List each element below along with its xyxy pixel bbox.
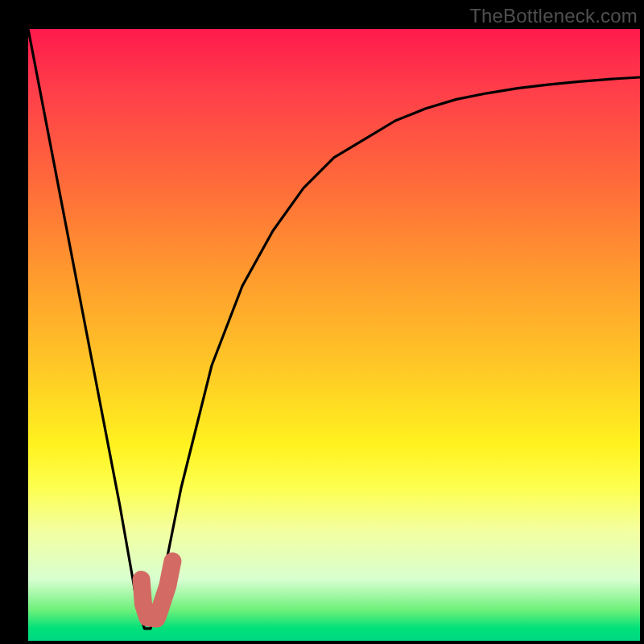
watermark-text: TheBottleneck.com [469, 5, 638, 27]
plot-area [28, 29, 640, 641]
chart-frame: TheBottleneck.com [0, 0, 644, 644]
bottleneck-curve [28, 29, 640, 629]
chart-svg [28, 29, 640, 641]
j-marker [142, 561, 173, 618]
